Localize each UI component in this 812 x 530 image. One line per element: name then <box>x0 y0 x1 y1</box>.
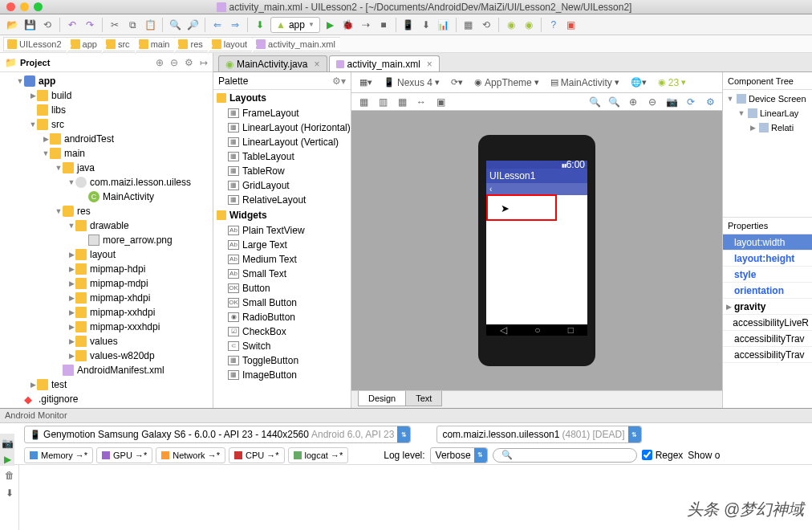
palette-item[interactable]: ▦ToggleButton <box>213 353 351 368</box>
property-row[interactable]: accessibilityTrav <box>723 347 812 363</box>
property-row[interactable]: orientation <box>723 283 812 299</box>
palette-item[interactable]: ▦GridLayout <box>213 178 351 193</box>
tab-text[interactable]: Text <box>405 391 442 406</box>
palette-item[interactable]: ▦ImageButton <box>213 368 351 382</box>
tab-design[interactable]: Design <box>358 391 406 406</box>
activity-dropdown[interactable]: ▤MainActivity▾ <box>547 75 623 90</box>
tree-item[interactable]: ▼drawable <box>0 218 213 233</box>
tree-item[interactable]: AndroidManifest.xml <box>0 363 213 377</box>
design-gear-icon[interactable]: ⚙ <box>703 95 717 109</box>
view3-icon[interactable]: ▦ <box>395 95 409 109</box>
palette-item[interactable]: ▦LinearLayout (Horizontal) <box>213 120 351 135</box>
redo-icon[interactable]: ↷ <box>83 18 97 32</box>
attach-icon[interactable]: ⇢ <box>359 18 373 32</box>
palette-item[interactable]: ◉RadioButton <box>213 310 351 324</box>
tree-item[interactable]: ▶mipmap-xxhdpi <box>0 305 213 320</box>
palette-section[interactable]: Layouts <box>213 90 351 106</box>
scroll-end-icon[interactable]: ⬇ <box>2 486 17 500</box>
tree-item[interactable]: ▶layout <box>0 247 213 262</box>
palette-item[interactable]: ▦RelativeLayout <box>213 193 351 207</box>
stop-icon[interactable]: ■ <box>376 18 391 32</box>
palette-item[interactable]: ▦TableLayout <box>213 149 351 164</box>
palette-item[interactable]: ▦TableRow <box>213 164 351 178</box>
tree-item[interactable]: ▼app <box>0 74 213 88</box>
avd-icon[interactable]: 📱 <box>401 18 416 32</box>
capture-side-icon[interactable]: 📷 <box>0 437 14 450</box>
close-icon[interactable]: × <box>427 59 432 70</box>
min-dot[interactable] <box>20 2 29 11</box>
run-config-dropdown[interactable]: ▲ app ▼ <box>270 17 320 33</box>
android2-icon[interactable]: ◉ <box>522 18 536 32</box>
component-tree-item[interactable]: ▶Relati <box>723 120 812 135</box>
tree-item[interactable]: ▼com.maizi.lesson.uiless <box>0 175 213 190</box>
breadcrumb-item[interactable]: layout <box>208 37 252 51</box>
refresh-icon[interactable]: ⟳ <box>684 95 698 109</box>
replace-icon[interactable]: 🔎 <box>185 18 200 32</box>
debug-icon[interactable]: 🐞 <box>341 18 355 32</box>
settings-gear-icon[interactable]: ⚙ <box>185 57 193 68</box>
tree-item[interactable]: CMainActivity <box>0 190 213 204</box>
component-tree[interactable]: ▼Device Screen▼LinearLay▶Relati <box>723 90 812 137</box>
copy-icon[interactable]: ⧉ <box>125 18 140 32</box>
view1-icon[interactable]: ▦ <box>356 95 371 109</box>
tree-item[interactable]: ▼res <box>0 204 213 218</box>
log-level-dropdown[interactable]: Verbose⇅ <box>430 447 488 463</box>
palette-item[interactable]: AbPlain TextView <box>213 223 351 238</box>
editor-tab[interactable]: ◉MainActivity.java× <box>218 55 327 71</box>
scroll-icon[interactable]: ⊖ <box>170 57 178 68</box>
device-dropdown[interactable]: 📱 Genymotion Samsung Galaxy S6 - 6.0.0 -… <box>24 426 411 443</box>
paste-icon[interactable]: 📋 <box>143 18 157 32</box>
breadcrumb-item[interactable]: res <box>174 37 207 51</box>
tree-item[interactable]: ▶mipmap-mdpi <box>0 276 213 291</box>
view2-icon[interactable]: ▥ <box>376 95 390 109</box>
view4-icon[interactable]: ↔ <box>414 95 428 109</box>
tree-item[interactable]: more_arrow.png <box>0 233 213 247</box>
trash-icon[interactable]: 🗑 <box>2 468 17 483</box>
property-row[interactable]: accessibilityTrav <box>723 331 812 347</box>
property-row[interactable]: layout:width <box>723 234 812 251</box>
breadcrumb-item[interactable]: activity_main.xml <box>252 37 340 51</box>
device-dropdown[interactable]: 📱Nexus 4▾ <box>380 75 443 90</box>
palette-gear-icon[interactable]: ⚙▾ <box>332 75 346 87</box>
palette-item[interactable]: AbSmall Text <box>213 267 351 281</box>
palette-section[interactable]: Widgets <box>213 207 351 223</box>
design-canvas[interactable]: ▮▮ 6:00 UILesson1 ‹ ➤ ◁○□ <box>351 111 722 390</box>
project-tree[interactable]: ▼app▶buildlibs▼src▶androidTest▼main▼java… <box>0 72 213 408</box>
monitor-tab[interactable]: Memory →* <box>24 447 93 463</box>
palette-item[interactable]: AbMedium Text <box>213 252 351 267</box>
help-icon[interactable]: ? <box>546 18 561 32</box>
property-row[interactable]: ▶gravity <box>723 299 812 315</box>
properties-list[interactable]: layout:widthlayout:heightstyleorientatio… <box>723 234 812 363</box>
editor-tab[interactable]: activity_main.xml× <box>329 55 440 71</box>
phone-screen[interactable]: ▮▮ 6:00 UILesson1 ‹ ➤ ◁○□ <box>486 161 587 336</box>
sync2-icon[interactable]: ⟲ <box>479 18 493 32</box>
component-tree-item[interactable]: ▼LinearLay <box>723 106 812 120</box>
palette-item[interactable]: ☑CheckBox <box>213 324 351 339</box>
capture-icon[interactable]: 📷 <box>664 95 679 109</box>
cut-icon[interactable]: ✂ <box>108 18 122 32</box>
tree-item[interactable]: ▶build <box>0 88 213 103</box>
process-dropdown[interactable]: com.maizi.lesson.uilesson1 (4801) [DEAD]… <box>436 426 641 443</box>
tree-item[interactable]: ▼java <box>0 161 213 175</box>
android1-icon[interactable]: ◉ <box>504 18 518 32</box>
tree-item[interactable]: ▶values-w820dp <box>0 349 213 363</box>
make-icon[interactable]: ⬇ <box>253 18 267 32</box>
monitor-tab[interactable]: GPU →* <box>96 447 152 463</box>
zoom-fit-icon[interactable]: 🔍 <box>607 95 621 109</box>
view5-icon[interactable]: ▣ <box>433 95 448 109</box>
palette-item[interactable]: ▦LinearLayout (Vertical) <box>213 135 351 149</box>
run-icon[interactable]: ▶ <box>323 18 338 32</box>
sdk-icon[interactable]: ⬇ <box>419 18 433 32</box>
property-row[interactable]: accessibilityLiveR <box>723 315 812 331</box>
find-icon[interactable]: 🔍 <box>168 18 182 32</box>
rec-icon[interactable]: ▶ <box>0 453 14 466</box>
breadcrumb-item[interactable]: main <box>135 37 175 51</box>
palette-item[interactable]: ▦FrameLayout <box>213 106 351 120</box>
property-row[interactable]: style <box>723 267 812 283</box>
property-row[interactable]: layout:height <box>723 251 812 267</box>
monitor-tab[interactable]: CPU →* <box>229 447 285 463</box>
regex-checkbox[interactable]: Regex <box>642 450 684 461</box>
close-dot[interactable] <box>6 2 15 11</box>
close-icon[interactable]: × <box>314 59 319 70</box>
undo-icon[interactable]: ↶ <box>65 18 79 32</box>
